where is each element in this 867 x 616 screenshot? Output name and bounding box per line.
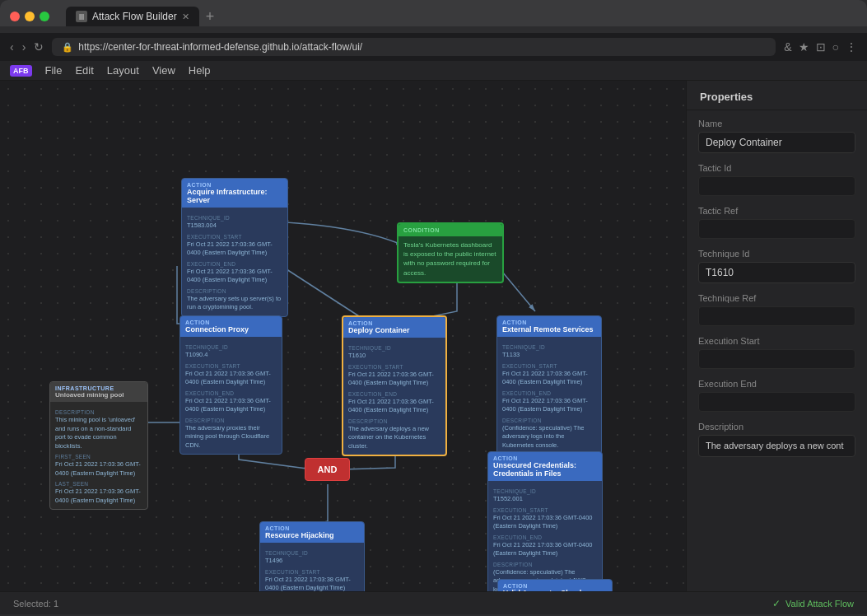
- status-bar: Selected: 1 ✓ Valid Attack Flow: [0, 591, 867, 614]
- menu-layout[interactable]: Layout: [107, 64, 139, 77]
- connection-proxy-node[interactable]: ACTION Connection Proxy TECHNIQUE_ID T10…: [179, 315, 282, 455]
- minimize-button[interactable]: [25, 12, 35, 21]
- prop-tactic-ref-group: Tactic Ref: [698, 206, 855, 239]
- unsecured-creds-body: TECHNIQUE_ID T1552.001 EXECUTION_START F…: [488, 481, 602, 591]
- canvas-area[interactable]: ACTION Acquire Infrastructure: Server TE…: [0, 81, 686, 591]
- menu-file[interactable]: File: [45, 64, 63, 77]
- unsecured-creds-header: ACTION Unsecured Credentials: Credential…: [488, 452, 602, 481]
- and-label: AND: [318, 464, 338, 474]
- desc-label: Description: [698, 422, 855, 432]
- prop-technique-ref-group: Technique Ref: [698, 293, 855, 326]
- external-remote-node[interactable]: ACTION External Remote Services TECHNIQU…: [496, 315, 602, 455]
- connection-proxy-header: ACTION Connection Proxy: [180, 316, 282, 337]
- address-bar: ‹ › ↻ 🔒 https://center-for-threat-inform…: [0, 33, 867, 61]
- condition-header: CONDITION: [399, 224, 502, 236]
- resource-hijacking-node[interactable]: ACTION Resource Hijacking TECHNIQUE_ID T…: [259, 521, 365, 591]
- infra-header: INFRASTRUCTURE Unloaved mining pool: [50, 382, 147, 402]
- panel-body: Name Deploy Container Tactic Id Tactic R…: [687, 110, 867, 591]
- infra-body: DESCRIPTION This mining pool is 'unloave…: [50, 402, 147, 509]
- app-badge: AFB: [10, 65, 32, 77]
- prop-desc-group: Description The adversary deploys a new …: [698, 422, 855, 457]
- tab-bar: ||| Attack Flow Builder ✕ +: [66, 7, 857, 26]
- exec-start-value[interactable]: [698, 349, 855, 369]
- profile-icon[interactable]: ○: [832, 40, 839, 54]
- valid-accounts-node[interactable]: ACTION Valid Accounts: Cloud Accounts TE…: [497, 579, 613, 591]
- resource-hijacking-body: TECHNIQUE_ID T1496 EXECUTION_START Fri O…: [260, 543, 364, 591]
- deploy-container-body: TECHNIQUE_ID T1610 EXECUTION_START Fri O…: [343, 338, 445, 455]
- acquire-body: TECHNIQUE_ID T1583.004 EXECUTION_START F…: [182, 208, 287, 316]
- menu-edit[interactable]: Edit: [75, 64, 93, 77]
- valid-flow-status: ✓ Valid Attack Flow: [772, 598, 854, 609]
- url-input[interactable]: 🔒 https://center-for-threat-informed-def…: [52, 38, 776, 56]
- deploy-container-node[interactable]: ACTION Deploy Container TECHNIQUE_ID T16…: [342, 315, 447, 456]
- browser-chrome: ||| Attack Flow Builder ✕ +: [0, 0, 867, 26]
- exec-start-label: Execution Start: [698, 336, 855, 346]
- unsecured-creds-node[interactable]: ACTION Unsecured Credentials: Credential…: [487, 451, 603, 591]
- lock-icon: 🔒: [62, 42, 73, 53]
- panel-title: Properties: [687, 81, 867, 110]
- new-tab-button[interactable]: +: [206, 8, 215, 26]
- acquire-title: Acquire Infrastructure: Server: [187, 188, 282, 204]
- resource-hijacking-header: ACTION Resource Hijacking: [260, 522, 364, 543]
- tactic-id-label: Tactic Id: [698, 163, 855, 173]
- extensions-icon[interactable]: ★: [799, 40, 809, 54]
- tactic-ref-label: Tactic Ref: [698, 206, 855, 216]
- prop-name-group: Name Deploy Container: [698, 119, 855, 153]
- url-text: https://center-for-threat-informed-defen…: [78, 41, 362, 53]
- technique-id-label: Technique Id: [698, 249, 855, 259]
- menu-help[interactable]: Help: [189, 64, 211, 77]
- condition-node[interactable]: CONDITION Tesla's Kubernetes dashboard i…: [397, 222, 504, 283]
- title-bar: ||| Attack Flow Builder ✕ +: [10, 7, 857, 26]
- and-node[interactable]: AND: [305, 458, 350, 481]
- prop-exec-start-group: Execution Start: [698, 336, 855, 369]
- exec-end-label: Execution End: [698, 379, 855, 389]
- desc-value[interactable]: The adversary deploys a new cont: [698, 435, 855, 457]
- main-layout: ACTION Acquire Infrastructure: Server TE…: [0, 81, 867, 591]
- tab-title: Attack Flow Builder: [92, 11, 177, 22]
- prop-technique-id-group: Technique Id T1610: [698, 249, 855, 283]
- maximize-button[interactable]: [40, 12, 49, 21]
- bookmark-icon[interactable]: &: [784, 40, 791, 54]
- browser-actions: & ★ ⊡ ○ ⋮: [784, 40, 857, 54]
- close-button[interactable]: [10, 12, 20, 21]
- valid-flow-label: Valid Attack Flow: [785, 599, 854, 609]
- app-menu: AFB File Edit Layout View Help: [0, 61, 867, 81]
- menu-view[interactable]: View: [152, 64, 175, 77]
- technique-ref-label: Technique Ref: [698, 293, 855, 303]
- tab-close-button[interactable]: ✕: [182, 12, 189, 22]
- traffic-lights: [10, 12, 49, 21]
- connection-proxy-body: TECHNIQUE_ID T1090.4 EXECUTION_START Fri…: [180, 337, 282, 454]
- condition-body: Tesla's Kubernetes dashboard is exposed …: [399, 236, 502, 282]
- check-icon: ✓: [772, 598, 781, 609]
- active-tab[interactable]: ||| Attack Flow Builder ✕: [66, 7, 199, 26]
- properties-panel: Properties Name Deploy Container Tactic …: [686, 81, 867, 591]
- technique-id-value[interactable]: T1610: [698, 262, 855, 283]
- tactic-id-value[interactable]: [698, 176, 855, 196]
- name-value[interactable]: Deploy Container: [698, 132, 855, 153]
- back-button[interactable]: ‹: [10, 40, 14, 54]
- forward-button[interactable]: ›: [22, 40, 26, 54]
- tab-favicon: |||: [76, 11, 87, 22]
- reload-button[interactable]: ↻: [34, 40, 44, 54]
- menu-icon[interactable]: ⋮: [846, 40, 857, 54]
- name-label: Name: [698, 119, 855, 128]
- prop-tactic-id-group: Tactic Id: [698, 163, 855, 196]
- prop-exec-end-group: Execution End: [698, 379, 855, 412]
- tactic-ref-value[interactable]: [698, 219, 855, 239]
- external-remote-header: ACTION External Remote Services: [497, 316, 601, 337]
- external-remote-body: TECHNIQUE_ID T1133 EXECUTION_START Fri O…: [497, 337, 601, 454]
- valid-accounts-header: ACTION Valid Accounts: Cloud Accounts: [498, 580, 612, 591]
- technique-ref-value[interactable]: [698, 306, 855, 326]
- acquire-node[interactable]: ACTION Acquire Infrastructure: Server TE…: [181, 178, 288, 317]
- exec-end-value[interactable]: [698, 392, 855, 412]
- reader-icon[interactable]: ⊡: [816, 40, 826, 54]
- selected-status: Selected: 1: [13, 599, 58, 609]
- acquire-node-header: ACTION Acquire Infrastructure: Server: [182, 179, 287, 208]
- deploy-container-header: ACTION Deploy Container: [343, 317, 445, 338]
- infra-node[interactable]: INFRASTRUCTURE Unloaved mining pool DESC…: [49, 381, 148, 510]
